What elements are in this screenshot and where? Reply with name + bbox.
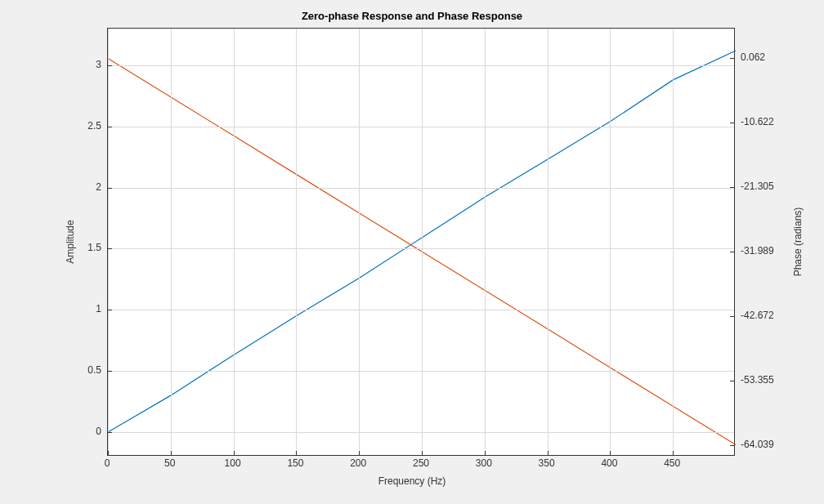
tick-label-yr: -21.305 [741, 181, 774, 192]
grid-vertical [548, 29, 549, 455]
tick-yl [108, 65, 112, 66]
tick-label-yl: 1.5 [87, 242, 101, 253]
tick-label-x: 300 [476, 457, 492, 469]
tick-label-yl: 0 [96, 426, 101, 437]
tick-yr [730, 252, 734, 252]
tick-label-yl: 2 [96, 181, 101, 193]
tick-x [673, 451, 674, 455]
tick-label-x: 400 [601, 457, 617, 469]
tick-label-x: 100 [225, 457, 241, 469]
tick-x [171, 451, 172, 455]
tick-label-x: 350 [539, 457, 555, 469]
y-axis-left-label: Amplitude [65, 220, 76, 263]
chart-title: Zero-phase Response and Phase Response [0, 10, 824, 22]
tick-x [108, 451, 109, 455]
grid-vertical [108, 29, 109, 455]
grid-horizontal [108, 188, 734, 189]
tick-yr [730, 445, 734, 446]
tick-yr [730, 187, 734, 188]
tick-label-yr: -42.672 [741, 310, 774, 321]
tick-yr [730, 123, 734, 123]
grid-horizontal [108, 432, 734, 433]
plot-area [107, 28, 735, 456]
tick-label-yr: -10.622 [741, 116, 774, 127]
grid-vertical [610, 29, 611, 455]
tick-label-x: 450 [664, 457, 680, 469]
grid-horizontal [108, 248, 734, 249]
tick-yr [730, 58, 734, 59]
tick-yl [108, 310, 112, 310]
tick-yr [730, 381, 734, 381]
tick-label-yr: -31.989 [741, 245, 774, 256]
grid-horizontal [108, 65, 734, 66]
tick-label-x: 250 [413, 457, 429, 469]
grid-vertical [234, 29, 235, 455]
tick-label-x: 0 [105, 457, 110, 469]
tick-label-yr: -53.355 [741, 374, 774, 386]
tick-x [359, 451, 360, 455]
x-axis-label: Frequency (Hz) [0, 475, 824, 487]
tick-yr [730, 316, 734, 317]
tick-x [422, 451, 423, 455]
tick-label-yl: 1 [96, 303, 101, 314]
tick-yl [108, 432, 112, 433]
grid-vertical [422, 29, 423, 455]
grid-vertical [359, 29, 360, 455]
grid-horizontal [108, 127, 734, 127]
tick-yl [108, 188, 112, 189]
grid-vertical [171, 29, 172, 455]
chart-figure: Zero-phase Response and Phase Response F… [0, 0, 824, 504]
tick-label-yr: -64.039 [741, 439, 774, 450]
tick-label-yl: 3 [96, 59, 101, 70]
grid-vertical [296, 29, 297, 455]
tick-label-yl: 0.5 [87, 364, 101, 376]
tick-label-x: 50 [164, 457, 175, 469]
tick-yl [108, 371, 112, 372]
chart-lines [108, 29, 734, 455]
tick-x [610, 451, 611, 455]
tick-yl [108, 127, 112, 127]
tick-label-yl: 2.5 [87, 120, 101, 132]
y-axis-right-label: Phase (radians) [792, 207, 804, 277]
tick-label-x: 200 [350, 457, 366, 469]
tick-x [296, 451, 297, 455]
tick-label-yr: 0.062 [741, 51, 765, 63]
grid-vertical [485, 29, 486, 455]
grid-horizontal [108, 371, 734, 372]
tick-yl [108, 248, 112, 249]
grid-vertical [673, 29, 674, 455]
tick-x [234, 451, 235, 455]
tick-x [485, 451, 486, 455]
grid-horizontal [108, 310, 734, 310]
tick-x [548, 451, 549, 455]
tick-label-x: 150 [287, 457, 303, 469]
